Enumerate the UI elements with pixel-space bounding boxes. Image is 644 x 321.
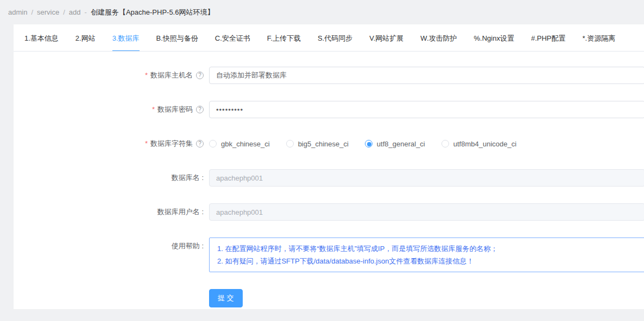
radio-icon (286, 140, 294, 147)
tab-upload-download[interactable]: F.上传下载 (267, 24, 301, 52)
db-host-label: * 数据库主机名 ? (14, 67, 209, 84)
db-host-input[interactable] (209, 67, 644, 84)
radio-label: gbk_chinese_ci (221, 140, 270, 148)
db-name-input (209, 169, 644, 187)
breadcrumb-item-service[interactable]: service (37, 8, 59, 16)
usage-help-label-text: 使用帮助 : (172, 237, 204, 255)
help-line-2: 2. 如有疑问，请通过SFTP下载/data/database-info.jso… (217, 255, 637, 267)
form-row-db-user: 数据库用户名 : (14, 203, 644, 221)
db-host-label-text: 数据库主机名 (150, 67, 193, 84)
tab-site-extension[interactable]: V.网站扩展 (369, 24, 403, 52)
tab-resource-isolation[interactable]: *.资源隔离 (583, 24, 616, 52)
usage-help-label: 使用帮助 : (14, 237, 209, 255)
db-user-label: 数据库用户名 : (14, 203, 209, 221)
question-circle-icon[interactable]: ? (196, 106, 204, 113)
database-form: * 数据库主机名 ? * 数据库密码 ? * 数据库字符集 ? (14, 52, 644, 307)
breadcrumb-item-admin[interactable]: admin (8, 8, 27, 16)
tab-attack-protection[interactable]: W.攻击防护 (420, 24, 457, 52)
form-row-db-charset: * 数据库字符集 ? gbk_chinese_ci big5_chinese_c… (14, 135, 644, 152)
radio-utf8-general-ci[interactable]: utf8_general_ci (365, 140, 425, 148)
required-asterisk: * (152, 101, 155, 118)
form-row-db-password: * 数据库密码 ? (14, 101, 644, 118)
db-password-label-text: 数据库密码 (157, 101, 193, 118)
tab-snapshot-backup[interactable]: B.快照与备份 (156, 24, 198, 52)
tab-nginx-settings[interactable]: %.Nginx设置 (474, 24, 514, 52)
db-name-label: 数据库名 : (14, 169, 209, 187)
tab-bar: 1.基本信息 2.网站 3.数据库 B.快照与备份 C.安全证书 F.上传下载 … (14, 24, 644, 52)
usage-help-field: 1. 在配置网站程序时，请不要将“数据库主机”填写成IP，而是填写所选数据库服务… (209, 237, 644, 272)
page-title: 创建服务【Apache-PHP-5.6网站环境】 (91, 8, 214, 17)
tab-code-sync[interactable]: S.代码同步 (318, 24, 352, 52)
submit-field: 提 交 (209, 289, 644, 307)
radio-label: big5_chinese_ci (298, 140, 349, 148)
tab-ssl-certificate[interactable]: C.安全证书 (215, 24, 250, 52)
breadcrumb: admin / service / add - 创建服务【Apache-PHP-… (0, 0, 644, 24)
db-name-field (209, 169, 644, 187)
db-password-field (209, 101, 644, 118)
form-row-db-host: * 数据库主机名 ? (14, 67, 644, 84)
question-circle-icon[interactable]: ? (196, 72, 204, 79)
db-charset-label: * 数据库字符集 ? (14, 135, 209, 152)
radio-utf8mb4-unicode-ci[interactable]: utf8mb4_unicode_ci (441, 140, 516, 148)
question-circle-icon[interactable]: ? (196, 140, 204, 147)
radio-label: utf8mb4_unicode_ci (453, 140, 516, 148)
form-row-submit: 提 交 (14, 289, 644, 307)
radio-selected-icon (365, 140, 372, 147)
radio-label: utf8_general_ci (377, 140, 425, 148)
breadcrumb-item-add[interactable]: add (69, 8, 81, 16)
tab-website[interactable]: 2.网站 (75, 24, 96, 52)
db-name-label-text: 数据库名 : (172, 169, 204, 187)
tab-database[interactable]: 3.数据库 (112, 24, 140, 52)
db-password-label: * 数据库密码 ? (14, 101, 209, 118)
breadcrumb-separator: / (31, 8, 33, 16)
db-user-label-text: 数据库用户名 : (157, 203, 204, 221)
tab-php-config[interactable]: #.PHP配置 (531, 24, 566, 52)
required-asterisk: * (145, 135, 148, 152)
form-row-db-name: 数据库名 : (14, 169, 644, 187)
content-card: 1.基本信息 2.网站 3.数据库 B.快照与备份 C.安全证书 F.上传下载 … (14, 24, 644, 309)
radio-icon (441, 140, 449, 147)
radio-big5-chinese-ci[interactable]: big5_chinese_ci (286, 140, 349, 148)
db-user-field (209, 203, 644, 221)
required-asterisk: * (145, 67, 148, 84)
db-charset-radio-group: gbk_chinese_ci big5_chinese_ci utf8_gene… (209, 135, 644, 152)
db-user-input (209, 203, 644, 221)
breadcrumb-dash: - (85, 8, 87, 16)
tab-basic-info[interactable]: 1.基本信息 (24, 24, 59, 52)
radio-gbk-chinese-ci[interactable]: gbk_chinese_ci (209, 140, 270, 148)
submit-button[interactable]: 提 交 (209, 289, 243, 307)
form-row-help: 使用帮助 : 1. 在配置网站程序时，请不要将“数据库主机”填写成IP，而是填写… (14, 237, 644, 272)
db-charset-label-text: 数据库字符集 (150, 135, 193, 152)
usage-help-box: 1. 在配置网站程序时，请不要将“数据库主机”填写成IP，而是填写所选数据库服务… (209, 237, 644, 272)
help-line-1: 1. 在配置网站程序时，请不要将“数据库主机”填写成IP，而是填写所选数据库服务… (217, 242, 637, 255)
breadcrumb-separator: / (63, 8, 65, 16)
db-host-field (209, 67, 644, 84)
db-password-input[interactable] (209, 101, 644, 118)
radio-icon (209, 140, 217, 147)
